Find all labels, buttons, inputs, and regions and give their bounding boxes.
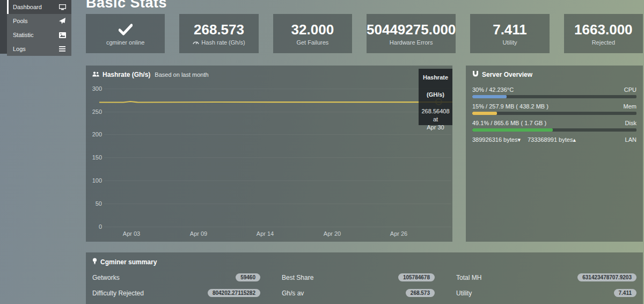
summary-value-badge: 268.573 [406, 289, 435, 297]
x-tick: Apr 14 [257, 230, 274, 237]
summary-panel-title: Cgminer summary [100, 258, 157, 266]
gridline [104, 227, 451, 227]
stat-card-value: 1663.000 [574, 21, 632, 38]
server-row-disk: 49.1% / 865.6 MB ( 1.7 GB ) Disk [466, 120, 643, 132]
summary-value-badge: 631423478707.9203 [577, 273, 636, 281]
stat-card-label: Utility [503, 39, 517, 46]
stat-card-hardware-errors: 50449275.000 Hardware Errors [367, 14, 456, 53]
mem-progress-fill [472, 112, 497, 115]
disk-label: Disk [625, 120, 636, 126]
summary-value-badge: 7.411 [614, 289, 636, 297]
stat-cards-row: cgminer online 268.573 Hash rate (Gh/s) … [86, 14, 643, 53]
cpu-progress-fill [472, 95, 507, 98]
stat-card-label: Hardware Errors [390, 39, 433, 46]
disk-usage-text: 49.1% / 865.6 MB ( 1.7 GB ) [472, 120, 546, 126]
stat-card-cgminer-online: cgminer online [86, 14, 165, 53]
cpu-label: CPU [624, 86, 636, 93]
summary-item-getworks: Getworks 59460 [92, 273, 260, 281]
summary-item-best-share: Best Share 105784678 [282, 273, 435, 281]
stat-card-label: cgminer online [106, 39, 145, 46]
stat-card-label: Get Failures [296, 39, 328, 46]
summary-label: Best Share [282, 274, 313, 281]
summary-item-total-mh: Total MH 631423478707.9203 [456, 273, 636, 281]
summary-label: Difficulty Rejected [92, 289, 144, 297]
server-overview-panel: Server Overview 30% / 42.236°C CPU 15% /… [466, 66, 643, 242]
x-tick: Apr 26 [390, 230, 407, 237]
users-icon [92, 71, 99, 78]
server-row-cpu: 30% / 42.236°C CPU [466, 86, 643, 98]
lan-traffic-text: 389926316 bytes▾ 733368991 bytes▴ [472, 136, 581, 143]
server-panel-title: Server Overview [482, 71, 532, 78]
hashrate-line-series [99, 89, 452, 227]
mem-progress-track [472, 112, 636, 115]
mem-usage-text: 15% / 257.9 MB ( 438.2 MB ) [472, 103, 548, 110]
sidebar-item-statistic[interactable]: Statistic [7, 28, 71, 42]
summary-grid: Getworks 59460 Best Share 105784678 Tota… [86, 269, 643, 297]
sidebar-item-label: Pools [13, 18, 28, 24]
summary-label: Total MH [456, 274, 481, 281]
cpu-usage-text: 30% / 42.236°C [472, 86, 514, 93]
summary-panel-header: Cgminer summary [86, 252, 643, 269]
list-icon [58, 46, 66, 52]
server-row-lan: 389926316 bytes▾ 733368991 bytes▴ LAN [466, 136, 643, 143]
sidebar-edge-strip [0, 0, 7, 54]
tooltip-value: 268.56408 at Apr 30 [419, 107, 452, 132]
sidebar-item-logs[interactable]: Logs [7, 42, 71, 56]
cgminer-summary-panel: Cgminer summary Getworks 59460 Best Shar… [86, 252, 643, 304]
stat-card-value: 32.000 [291, 21, 334, 38]
stat-card-hashrate: 268.573 Hash rate (Gh/s) [179, 14, 258, 53]
lan-upload-text: 733368991 bytes▴ [528, 136, 576, 143]
server-panel-header: Server Overview [466, 66, 643, 82]
summary-value-badge: 105784678 [398, 273, 435, 281]
summary-value-badge: 804202.27115282 [208, 289, 260, 297]
summary-label: Gh/s av [282, 289, 304, 297]
sidebar-item-dashboard[interactable]: Dashboard [7, 0, 71, 14]
mem-label: Mem [624, 103, 636, 110]
x-tick: Apr 03 [123, 230, 140, 237]
server-row-mem: 15% / 257.9 MB ( 438.2 MB ) Mem [466, 103, 643, 115]
sidebar-item-pools[interactable]: Pools [7, 14, 71, 28]
hashrate-chart-panel: Hashrate (Gh/s) Based on last month 300 … [86, 66, 452, 242]
stat-card-utility: 7.411 Utility [470, 14, 549, 53]
stat-card-rejected: 1663.000 Rejected [564, 14, 643, 53]
tooltip-unit: (GH/s) [419, 91, 452, 98]
summary-item-ghs-av: Gh/s av 268.573 [282, 289, 435, 297]
summary-value-badge: 59460 [236, 273, 260, 281]
summary-label: Getworks [92, 274, 120, 281]
check-icon [119, 21, 133, 38]
x-tick: Apr 20 [324, 230, 341, 237]
stat-card-label: Hash rate (Gh/s) [193, 39, 245, 46]
tooltip-series: Hashrate [419, 74, 452, 81]
page-title: Basic Stats [86, 0, 167, 11]
monitor-icon [58, 4, 66, 10]
lan-download-text: 389926316 bytes▾ [472, 136, 521, 143]
disk-progress-track [472, 128, 636, 132]
paper-plane-icon [58, 18, 66, 24]
image-icon [58, 32, 66, 38]
disk-progress-fill [472, 128, 553, 132]
sidebar: Dashboard Pools Statistic Logs [7, 0, 71, 56]
x-tick: Apr 09 [190, 230, 207, 237]
lan-label: LAN [625, 136, 636, 143]
stat-card-get-failures: 32.000 Get Failures [273, 14, 352, 53]
stat-card-value: 268.573 [194, 21, 244, 38]
summary-label: Utility [456, 289, 472, 297]
magnet-icon [472, 71, 479, 78]
sidebar-item-label: Logs [13, 46, 26, 52]
summary-item-difficulty-rejected: Difficulty Rejected 804202.27115282 [92, 289, 260, 297]
stat-card-label: Rejected [592, 39, 615, 46]
summary-item-utility: Utility 7.411 [456, 289, 636, 297]
chart-panel-header: Hashrate (Gh/s) Based on last month [86, 66, 452, 82]
sidebar-item-label: Statistic [13, 32, 34, 38]
lightbulb-icon [92, 258, 97, 266]
chart-subtitle: Based on last month [155, 71, 208, 78]
chart-title: Hashrate (Gh/s) [103, 71, 150, 78]
stat-card-value: 50449275.000 [367, 21, 456, 38]
chart-tooltip: Hashrate (GH/s) 268.56408 at Apr 30 [419, 69, 452, 125]
cpu-progress-track [472, 95, 636, 98]
sidebar-item-label: Dashboard [13, 4, 42, 10]
stat-card-value: 7.411 [493, 21, 527, 38]
tachometer-icon [193, 39, 199, 46]
